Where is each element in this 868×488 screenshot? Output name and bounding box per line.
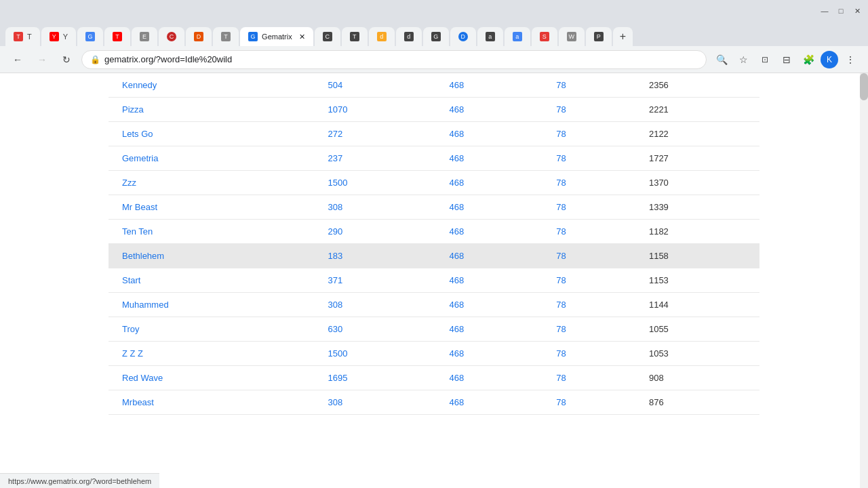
maximize-button[interactable]: □ — [835, 5, 846, 16]
value-link-1[interactable]: 183 — [328, 251, 343, 261]
favicon-16: a — [513, 32, 522, 41]
tab-12[interactable]: d — [396, 27, 422, 46]
bookmark-button[interactable]: ☆ — [734, 50, 753, 69]
forward-button[interactable]: → — [33, 50, 52, 69]
tab-6[interactable]: C — [159, 27, 184, 46]
value-link-1[interactable]: 1500 — [328, 348, 348, 359]
table-row: Red Wave169546878908 — [108, 366, 760, 390]
value-link-3[interactable]: 78 — [556, 226, 566, 237]
word-link[interactable]: Start — [122, 275, 140, 285]
tab-8[interactable]: T — [213, 27, 239, 46]
value-link-3[interactable]: 78 — [556, 300, 566, 310]
value-link-2[interactable]: 468 — [450, 373, 465, 383]
word-link[interactable]: Red Wave — [122, 373, 163, 383]
minimize-button[interactable]: — — [819, 5, 830, 16]
word-link[interactable]: Troy — [122, 324, 140, 334]
value-link-1[interactable]: 630 — [328, 324, 343, 334]
word-link[interactable]: Gemetria — [122, 153, 158, 163]
value-link-3[interactable]: 78 — [556, 251, 566, 261]
tab-15[interactable]: a — [477, 27, 503, 46]
value-cell-3: 78 — [545, 342, 638, 366]
value-link-1[interactable]: 1070 — [328, 104, 348, 115]
value-link-2[interactable]: 468 — [450, 397, 465, 407]
word-link[interactable]: Muhammed — [122, 300, 169, 310]
value-link-3[interactable]: 78 — [556, 275, 566, 285]
value-link-1[interactable]: 371 — [328, 275, 343, 285]
extensions-button[interactable]: 🧩 — [799, 50, 818, 69]
value-cell-4: 876 — [638, 390, 760, 415]
value-link-2[interactable]: 468 — [450, 226, 465, 237]
word-link[interactable]: Kennedy — [122, 80, 157, 90]
value-link-3[interactable]: 78 — [556, 80, 566, 90]
sidebar-button[interactable]: ⊟ — [777, 50, 796, 69]
value-link-3[interactable]: 78 — [556, 324, 566, 334]
profile-button[interactable]: K — [821, 51, 838, 68]
close-button[interactable]: ✕ — [852, 5, 863, 16]
value-link-3[interactable]: 78 — [556, 202, 566, 212]
tab-2[interactable]: Y Y — [41, 27, 76, 46]
value-link-3[interactable]: 78 — [556, 129, 566, 139]
value-link-3[interactable]: 78 — [556, 153, 566, 163]
tab-5[interactable]: E — [132, 27, 157, 46]
value-link-1[interactable]: 308 — [328, 300, 343, 310]
value-link-1[interactable]: 504 — [328, 80, 343, 90]
value-link-2[interactable]: 468 — [450, 251, 465, 261]
value-link-3[interactable]: 78 — [556, 348, 566, 359]
value-link-1[interactable]: 272 — [328, 129, 343, 139]
value-link-3[interactable]: 78 — [556, 373, 566, 383]
value-link-2[interactable]: 468 — [450, 178, 465, 188]
value-link-2[interactable]: 468 — [450, 348, 465, 359]
value-link-2[interactable]: 468 — [450, 324, 465, 334]
tab-7[interactable]: D — [186, 27, 212, 46]
value-link-1[interactable]: 308 — [328, 397, 343, 407]
tab-4[interactable]: T — [104, 27, 130, 46]
tab-18[interactable]: W — [559, 27, 585, 46]
value-cell-3: 78 — [545, 122, 638, 146]
value-link-1[interactable]: 237 — [328, 153, 343, 163]
value-link-2[interactable]: 468 — [450, 129, 465, 139]
word-link[interactable]: Zzz — [122, 178, 136, 188]
value-link-2[interactable]: 468 — [450, 300, 465, 310]
menu-button[interactable]: ⋮ — [841, 50, 860, 69]
value-link-3[interactable]: 78 — [556, 178, 566, 188]
word-link[interactable]: Lets Go — [122, 129, 153, 139]
tab-13[interactable]: G — [423, 27, 449, 46]
value-link-2[interactable]: 468 — [450, 202, 465, 212]
value-link-1[interactable]: 1695 — [328, 373, 348, 383]
word-link[interactable]: Mrbeast — [122, 397, 154, 407]
value-link-1[interactable]: 1500 — [328, 178, 348, 188]
word-link[interactable]: Ten Ten — [122, 226, 153, 237]
value-cell-2: 468 — [439, 317, 546, 342]
back-button[interactable]: ← — [8, 50, 27, 69]
tab-17[interactable]: S — [532, 27, 557, 46]
tab-3[interactable]: G — [77, 27, 103, 46]
value-link-2[interactable]: 468 — [450, 153, 465, 163]
value-cell-2: 468 — [439, 268, 546, 293]
tab-14[interactable]: D — [450, 27, 476, 46]
tab-9[interactable]: C — [315, 27, 340, 46]
tab-10[interactable]: T — [342, 27, 368, 46]
tab-active[interactable]: G Gematrix ✕ — [240, 27, 313, 46]
word-link[interactable]: Mr Beast — [122, 202, 157, 212]
scrollbar-thumb[interactable] — [860, 73, 868, 100]
new-tab-button[interactable]: + — [613, 27, 633, 46]
search-button[interactable]: 🔍 — [712, 50, 731, 69]
tab-search-button[interactable]: ⊡ — [755, 50, 774, 69]
value-link-2[interactable]: 468 — [450, 104, 465, 115]
word-link[interactable]: Pizza — [122, 104, 144, 115]
tab-1[interactable]: T T — [5, 27, 40, 46]
value-link-2[interactable]: 468 — [450, 80, 465, 90]
value-link-1[interactable]: 308 — [328, 202, 343, 212]
scrollbar[interactable] — [860, 73, 868, 488]
word-link[interactable]: Bethlehem — [122, 251, 164, 261]
tab-11[interactable]: d — [369, 27, 395, 46]
reload-button[interactable]: ↻ — [57, 50, 76, 69]
value-link-3[interactable]: 78 — [556, 104, 566, 115]
value-link-3[interactable]: 78 — [556, 397, 566, 407]
value-link-1[interactable]: 290 — [328, 226, 343, 237]
word-link[interactable]: Z Z Z — [122, 348, 143, 359]
value-link-2[interactable]: 468 — [450, 275, 465, 285]
address-bar[interactable]: 🔒 gematrix.org/?word=Idle%20wild — [81, 50, 707, 69]
tab-16[interactable]: a — [505, 27, 530, 46]
tab-19[interactable]: P — [586, 27, 612, 46]
